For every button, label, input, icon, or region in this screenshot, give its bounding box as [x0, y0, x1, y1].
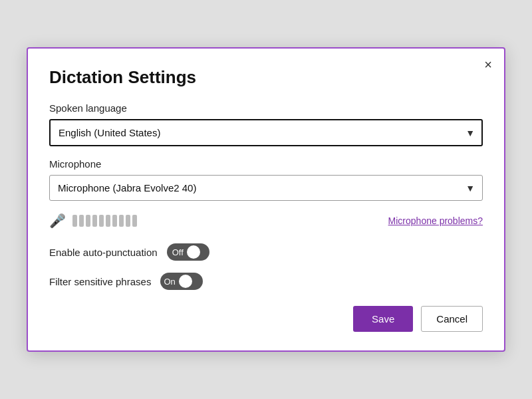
- toggle-knob: [179, 275, 192, 288]
- mic-bar: [119, 215, 124, 227]
- mic-bar: [106, 215, 110, 227]
- mic-bar: [79, 215, 84, 227]
- filter-sensitive-label: Filter sensitive phrases: [49, 276, 151, 287]
- spoken-language-wrapper: English (United States) English (United …: [49, 119, 483, 146]
- dialog-footer: Save Cancel: [49, 306, 483, 332]
- dialog-title: Dictation Settings: [49, 67, 483, 88]
- save-button[interactable]: Save: [353, 306, 413, 332]
- filter-sensitive-row: Filter sensitive phrases On: [49, 273, 483, 290]
- mic-bar: [92, 215, 97, 227]
- mic-bar: [132, 215, 137, 227]
- auto-punctuation-row: Enable auto-punctuation Off: [49, 243, 483, 261]
- mic-bar: [112, 215, 117, 227]
- auto-punctuation-state: Off: [172, 247, 184, 257]
- auto-punctuation-toggle[interactable]: Off: [167, 243, 209, 261]
- mic-bar: [72, 215, 77, 227]
- toggle-knob: [187, 245, 200, 259]
- close-button[interactable]: ×: [484, 58, 492, 71]
- auto-punctuation-label: Enable auto-punctuation: [49, 247, 158, 258]
- microphone-select[interactable]: Microphone (Jabra Evolve2 40) Default Mi…: [49, 175, 483, 201]
- mic-bar: [86, 215, 90, 227]
- spoken-language-select[interactable]: English (United States) English (United …: [49, 119, 483, 146]
- filter-sensitive-toggle[interactable]: On: [160, 273, 203, 290]
- microphone-level-bars: [72, 215, 380, 227]
- microphone-wrapper: Microphone (Jabra Evolve2 40) Default Mi…: [49, 175, 483, 201]
- mic-bar: [99, 215, 104, 227]
- microphone-problems-link[interactable]: Microphone problems?: [388, 215, 483, 226]
- microphone-level-row: 🎤 Microphone problems?: [49, 213, 483, 229]
- microphone-label: Microphone: [49, 158, 483, 170]
- dialog-overlay: × Dictation Settings Spoken language Eng…: [0, 0, 532, 399]
- spoken-language-label: Spoken language: [49, 102, 483, 114]
- microphone-icon: 🎤: [49, 213, 66, 229]
- filter-sensitive-state: On: [164, 277, 175, 287]
- dictation-settings-dialog: × Dictation Settings Spoken language Eng…: [27, 47, 505, 352]
- cancel-button[interactable]: Cancel: [421, 306, 483, 332]
- mic-bar: [126, 215, 130, 227]
